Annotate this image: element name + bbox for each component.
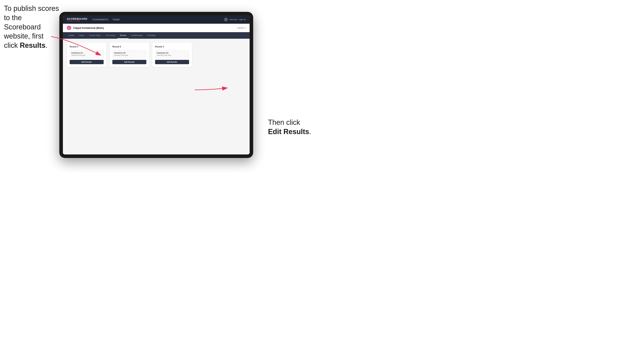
logo-area: SCOREBOARD Powered by clippd	[67, 17, 88, 21]
user-avatar: 👤	[224, 17, 228, 21]
course-card-2: Peachtree GC Gold (M) (7010 yds)	[112, 50, 146, 58]
user-info: Test User | Sign out	[230, 18, 246, 20]
round-3-title: Round 3	[155, 45, 189, 48]
tab-details[interactable]: Details	[66, 32, 76, 39]
tab-leaderboards[interactable]: Leaderboards	[128, 32, 145, 39]
instruction-right: Then clickEdit Results.	[268, 118, 311, 137]
tournament-icon: C	[67, 26, 71, 30]
rounds-grid: Round 1 Peachtree GC Gold (M) (7010 yds)…	[67, 43, 246, 67]
course-details-1: Gold (M) (7010 yds)	[72, 54, 102, 56]
round-2-title: Round 2	[112, 45, 146, 48]
cancel-button[interactable]: Cancel ✕	[237, 27, 246, 29]
tablet-screen: SCOREBOARD Powered by clippd TOURNAMENTS…	[63, 15, 250, 155]
nav-right: 👤 Test User | Sign out	[224, 17, 246, 21]
round-1-title: Round 1	[70, 45, 104, 48]
edit-results-button-2[interactable]: Edit Results	[112, 60, 146, 64]
round-card-3: Round 3 Peachtree GC Gold (M) (7010 yds)…	[152, 43, 192, 67]
nav-teams[interactable]: TEAMS	[112, 18, 120, 21]
logo-sub: Powered by clippd	[67, 20, 88, 21]
edit-results-button-1[interactable]: Edit Results	[70, 60, 104, 64]
tab-results[interactable]: Results	[118, 32, 128, 39]
course-name-1: Peachtree GC	[72, 52, 102, 54]
instruction-left: To publish scoresto the Scoreboardwebsit…	[4, 4, 59, 50]
tab-teams[interactable]: Teams	[76, 32, 87, 39]
tab-tee-groups[interactable]: Tee Groups	[103, 32, 118, 39]
round-card-2: Round 2 Peachtree GC Gold (M) (7010 yds)…	[110, 43, 149, 67]
instruction-left-text: To publish scoresto the Scoreboardwebsit…	[4, 4, 59, 49]
tournament-name: Clippd Invitational (Main)	[73, 26, 237, 29]
tournament-header: C Clippd Invitational (Main) Cancel ✕	[63, 24, 250, 32]
cancel-icon: ✕	[244, 27, 246, 29]
instruction-right-text: Then clickEdit Results.	[268, 118, 311, 136]
edit-results-button-3[interactable]: Edit Results	[155, 60, 189, 64]
course-card-1: Peachtree GC Gold (M) (7010 yds)	[70, 50, 104, 58]
tablet: SCOREBOARD Powered by clippd TOURNAMENTS…	[59, 12, 253, 158]
course-card-3: Peachtree GC Gold (M) (7010 yds)	[155, 50, 189, 58]
tab-printables[interactable]: Printables	[145, 32, 158, 39]
signout-link[interactable]: Sign out	[239, 18, 246, 20]
nav-links: TOURNAMENTS TEAMS	[92, 18, 224, 21]
course-name-3: Peachtree GC	[157, 52, 187, 54]
course-details-2: Gold (M) (7010 yds)	[114, 54, 144, 56]
logo-text: SCOREBOARD	[67, 17, 88, 20]
content-area: Round 1 Peachtree GC Gold (M) (7010 yds)…	[63, 39, 250, 155]
course-name-2: Peachtree GC	[114, 52, 144, 54]
course-details-3: Gold (M) (7010 yds)	[157, 54, 187, 56]
round-card-1: Round 1 Peachtree GC Gold (M) (7010 yds)…	[67, 43, 106, 67]
top-nav: SCOREBOARD Powered by clippd TOURNAMENTS…	[63, 15, 250, 24]
tab-course-setup[interactable]: Course Setup	[87, 32, 103, 39]
tab-bar: Details Teams Course Setup Tee Groups Re…	[63, 32, 250, 39]
nav-tournaments[interactable]: TOURNAMENTS	[92, 18, 108, 21]
